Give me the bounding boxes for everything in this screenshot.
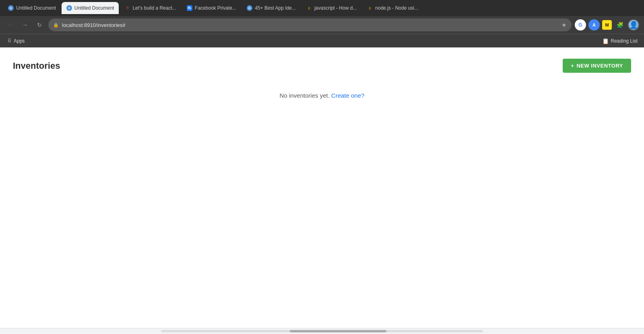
scrollbar-thumb[interactable] (290, 330, 386, 332)
tab-bar: ⊕ Untitled Document ⊕ Untitled Document … (0, 0, 644, 16)
google-translate-icon[interactable]: A (588, 19, 600, 31)
extensions-puzzle-icon[interactable]: 🧩 (614, 19, 625, 31)
tab-favicon-4: fb (187, 5, 192, 11)
page-content: Inventories + NEW INVENTORY No inventori… (0, 47, 644, 334)
bookmark-star-icon[interactable]: ★ (561, 22, 567, 28)
browser-tab-7[interactable]: 🕯 node.js - Node usi... (362, 2, 423, 14)
back-button[interactable]: ← (5, 19, 16, 31)
new-inventory-button[interactable]: + NEW INVENTORY (563, 59, 631, 73)
tab-favicon-7: 🕯 (367, 5, 373, 11)
bookmarks-apps[interactable]: ⠿ Apps (3, 37, 28, 45)
reading-list-label: Reading List (611, 38, 638, 44)
apps-grid-icon: ⠿ (6, 38, 12, 44)
bottom-scrollbar (0, 328, 644, 334)
tab-favicon-3: ⠿ (124, 5, 130, 11)
browser-chrome: ⊕ Untitled Document ⊕ Untitled Document … (0, 0, 644, 47)
new-inventory-label: NEW INVENTORY (576, 63, 623, 69)
tab-label-6: javascript - How d... (314, 5, 357, 11)
scrollbar-track[interactable] (161, 330, 483, 332)
tab-favicon-1: ⊕ (8, 5, 14, 11)
tab-label-4: Facebook Private... (195, 5, 236, 11)
url-input[interactable] (62, 22, 558, 28)
tab-favicon-5: ⊕ (247, 5, 252, 11)
tab-favicon-6: 🕯 (306, 5, 312, 11)
google-extension-icon[interactable]: G (575, 19, 586, 31)
tab-label-5: 45+ Best App Ide... (255, 5, 296, 11)
browser-tab-4[interactable]: fb Facebook Private... (182, 2, 241, 14)
reading-list-icon: 📋 (602, 38, 609, 44)
tab-label-7: node.js - Node usi... (375, 5, 418, 11)
page-header: Inventories + NEW INVENTORY (0, 47, 644, 84)
user-avatar[interactable]: 👤 (628, 19, 639, 31)
tab-favicon-2: ⊕ (66, 5, 72, 11)
tab-label-1: Untitled Document (16, 5, 56, 11)
browser-tab-2[interactable]: ⊕ Untitled Document (62, 2, 119, 14)
plus-icon: + (571, 63, 574, 69)
browser-tab-1[interactable]: ⊕ Untitled Document (3, 2, 61, 14)
page-title: Inventories (13, 61, 60, 71)
empty-state-text: No inventories yet. (280, 92, 330, 99)
reload-button[interactable]: ↻ (34, 19, 45, 31)
mailchimp-icon[interactable]: M (602, 20, 612, 30)
tab-label-3: Let's build a React... (132, 5, 176, 11)
browser-tab-6[interactable]: 🕯 javascript - How d... (301, 2, 361, 14)
address-bar[interactable]: 🔒 ★ (48, 18, 572, 31)
toolbar-extensions: G A M 🧩 👤 (575, 19, 639, 31)
bookmarks-bar: ⠿ Apps 📋 Reading List (0, 34, 644, 47)
reading-list-button[interactable]: 📋 Reading List (599, 36, 641, 46)
tab-label-2: Untitled Document (74, 5, 114, 11)
create-one-link[interactable]: Create one? (331, 92, 365, 99)
browser-tab-5[interactable]: ⊕ 45+ Best App Ide... (242, 2, 301, 14)
browser-tab-3[interactable]: ⠿ Let's build a React... (120, 2, 181, 14)
lock-icon: 🔒 (53, 23, 59, 28)
toolbar: ← → ↻ 🔒 ★ G A M 🧩 👤 (0, 16, 644, 34)
forward-button[interactable]: → (19, 19, 31, 31)
apps-label: Apps (14, 38, 25, 44)
empty-state: No inventories yet. Create one? (0, 84, 644, 107)
